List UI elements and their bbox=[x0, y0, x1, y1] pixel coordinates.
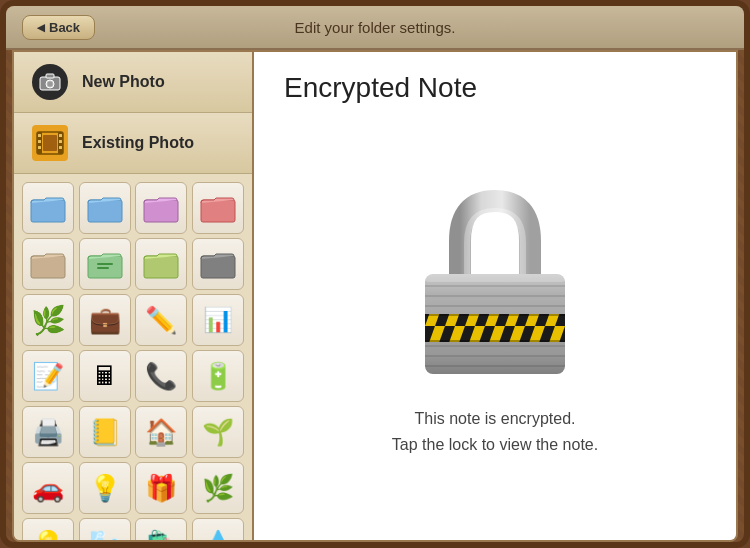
svg-rect-37 bbox=[425, 340, 565, 342]
grid-icon[interactable]: 💡 bbox=[22, 518, 74, 540]
film-icon-box bbox=[32, 125, 68, 161]
grid-icon[interactable] bbox=[22, 182, 74, 234]
grid-icon[interactable]: 💼 bbox=[79, 294, 131, 346]
grid-icon[interactable]: 🌱 bbox=[192, 406, 244, 458]
grid-icon[interactable]: 📝 bbox=[22, 350, 74, 402]
grid-icon[interactable]: 💧 bbox=[192, 518, 244, 540]
existing-photo-item[interactable]: Existing Photo bbox=[14, 113, 252, 174]
grid-icon[interactable]: 🖨️ bbox=[22, 406, 74, 458]
svg-rect-9 bbox=[38, 146, 41, 149]
svg-point-2 bbox=[48, 82, 53, 87]
grid-icon[interactable]: 🏠 bbox=[135, 406, 187, 458]
svg-rect-20 bbox=[97, 263, 113, 265]
svg-rect-21 bbox=[97, 267, 109, 269]
panel-title: Encrypted Note bbox=[284, 72, 706, 104]
svg-rect-10 bbox=[59, 134, 62, 137]
grid-icon[interactable]: 📊 bbox=[192, 294, 244, 346]
right-panel: Encrypted Note bbox=[254, 52, 736, 540]
grid-icon[interactable] bbox=[135, 238, 187, 290]
svg-rect-11 bbox=[59, 140, 62, 143]
svg-rect-14 bbox=[31, 200, 65, 222]
grid-icon[interactable]: 🌿 bbox=[22, 294, 74, 346]
grid-icon[interactable] bbox=[192, 238, 244, 290]
new-photo-label: New Photo bbox=[82, 73, 165, 91]
top-bar: Back Edit your folder settings. bbox=[6, 6, 744, 50]
camera-icon bbox=[30, 62, 70, 102]
lock-container[interactable]: This note is encrypted. Tap the lock to … bbox=[284, 124, 706, 520]
svg-rect-16 bbox=[144, 200, 178, 222]
grid-icon[interactable] bbox=[22, 238, 74, 290]
encrypted-line1: This note is encrypted. bbox=[392, 406, 598, 432]
grid-icon[interactable] bbox=[79, 238, 131, 290]
grid-icon[interactable]: 🖩 bbox=[79, 350, 131, 402]
grid-icon[interactable]: 🚗 bbox=[22, 462, 74, 514]
back-button[interactable]: Back bbox=[22, 15, 95, 40]
svg-rect-13 bbox=[43, 135, 57, 151]
svg-rect-36 bbox=[425, 314, 565, 316]
new-photo-item[interactable]: New Photo bbox=[14, 52, 252, 113]
grid-icon[interactable]: 🌿 bbox=[192, 462, 244, 514]
svg-rect-15 bbox=[88, 200, 122, 222]
grid-icon[interactable] bbox=[192, 182, 244, 234]
lock-icon[interactable] bbox=[405, 186, 585, 386]
grid-icon[interactable]: 🔋 bbox=[192, 350, 244, 402]
grid-icon[interactable] bbox=[135, 182, 187, 234]
svg-rect-18 bbox=[31, 256, 65, 278]
grid-icon[interactable]: 🛍️ bbox=[135, 518, 187, 540]
grid-icon[interactable]: 🎁 bbox=[135, 462, 187, 514]
grid-icon[interactable]: 💡 bbox=[79, 462, 131, 514]
encrypted-text: This note is encrypted. Tap the lock to … bbox=[392, 406, 598, 457]
svg-rect-22 bbox=[144, 256, 178, 278]
grid-icon[interactable]: ✏️ bbox=[135, 294, 187, 346]
existing-photo-label: Existing Photo bbox=[82, 134, 194, 152]
svg-rect-12 bbox=[59, 146, 62, 149]
grid-icon[interactable]: 🌬️ bbox=[79, 518, 131, 540]
camera-icon-circle bbox=[32, 64, 68, 100]
film-icon bbox=[30, 123, 70, 163]
svg-rect-17 bbox=[201, 200, 235, 222]
svg-rect-7 bbox=[38, 134, 41, 137]
top-bar-title: Edit your folder settings. bbox=[295, 19, 456, 36]
encrypted-line2: Tap the lock to view the note. bbox=[392, 432, 598, 458]
app-frame: Back Edit your folder settings. bbox=[0, 0, 750, 548]
main-content: New Photo bbox=[12, 50, 738, 542]
grid-icon[interactable]: 📒 bbox=[79, 406, 131, 458]
svg-rect-35 bbox=[425, 314, 565, 342]
svg-rect-8 bbox=[38, 140, 41, 143]
grid-icon[interactable] bbox=[79, 182, 131, 234]
icon-grid: 🌿 💼 ✏️ 📊 📝 🖩 📞 🔋 🖨️ 📒 🏠 🌱 🚗 💡 🎁 🌿 bbox=[14, 174, 252, 540]
svg-rect-25 bbox=[425, 274, 565, 282]
svg-rect-23 bbox=[201, 256, 235, 278]
svg-rect-3 bbox=[46, 74, 54, 78]
left-sidebar: New Photo bbox=[14, 52, 254, 540]
grid-icon[interactable]: 📞 bbox=[135, 350, 187, 402]
